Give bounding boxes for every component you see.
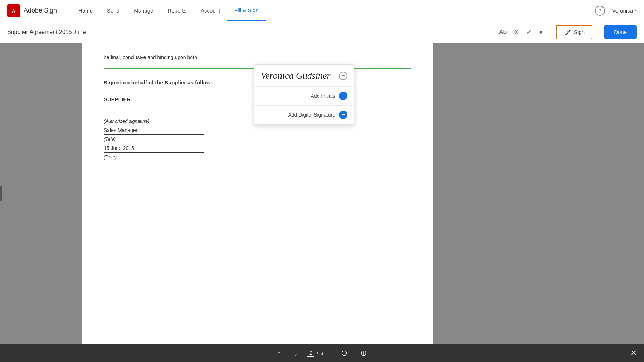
nav-send[interactable]: Send	[100, 0, 127, 21]
bottom-navigation-bar: ↑ ↓ 2 / 3 ⊖ ⊕ ✕	[0, 344, 644, 362]
user-menu[interactable]: Veronica ▾	[612, 8, 637, 14]
done-button[interactable]: Done	[604, 25, 637, 39]
date-line: 15 June 2015	[104, 152, 204, 153]
date-container: 15 June 2015 (Date)	[104, 152, 411, 160]
document-page: be final, conclusive and binding upon bo…	[82, 43, 433, 344]
zoom-out-button[interactable]: ⊖	[338, 348, 350, 358]
add-digital-icon: +	[339, 111, 347, 119]
chevron-down-icon: ▾	[635, 9, 637, 13]
zoom-in-button[interactable]: ⊕	[357, 348, 370, 358]
document-area: be final, conclusive and binding upon bo…	[0, 43, 644, 344]
sign-button[interactable]: Sign	[556, 25, 592, 39]
title-container: Sales Manager (Title)	[104, 134, 411, 142]
add-digital-label: Add Digital Signature	[288, 112, 335, 118]
nav-fill-sign[interactable]: Fill & Sign	[227, 0, 266, 21]
nav-reports[interactable]: Reports	[160, 0, 194, 21]
top-navigation: A Adobe Sign Home Send Manage Reports Ac…	[0, 0, 644, 21]
date-label: (Date)	[104, 154, 411, 160]
add-initials-icon: +	[339, 92, 347, 100]
right-gutter	[433, 43, 644, 344]
main-navigation: Home Send Manage Reports Account Fill & …	[71, 0, 595, 21]
close-document-button[interactable]: ✕	[630, 348, 637, 358]
next-page-button[interactable]: ↓	[291, 349, 300, 357]
toolbar-divider	[550, 27, 550, 38]
text-tool-button[interactable]: Ab	[498, 28, 508, 37]
date-value: 15 June 2015	[104, 145, 134, 151]
logo-area: A Adobe Sign	[7, 4, 57, 17]
adobe-sign-logo-icon: A	[7, 4, 20, 17]
bottom-toolbar-divider	[331, 349, 331, 357]
title-value: Sales Manager	[104, 127, 137, 133]
page-separator: /	[317, 350, 318, 356]
app-name: Adobe Sign	[24, 7, 57, 14]
sign-dropdown-header: Veronica Gudsiner −	[254, 65, 354, 87]
document-intro-text: be final, conclusive and binding upon bo…	[104, 54, 411, 61]
sign-dropdown-panel: Veronica Gudsiner − Add Initials + Add D…	[254, 64, 354, 124]
nav-manage[interactable]: Manage	[127, 0, 160, 21]
svg-text:A: A	[12, 8, 15, 14]
pen-icon	[564, 29, 571, 36]
authorized-signature-line	[104, 117, 204, 117]
check-tool-button[interactable]: ✓	[525, 27, 533, 38]
user-name: Veronica	[612, 8, 633, 14]
dot-tool-button[interactable]: ●	[537, 27, 544, 37]
left-edge-indicator	[0, 186, 2, 201]
document-title: Supplier Agreement 2015 June	[7, 29, 492, 35]
title-line: Sales Manager	[104, 134, 204, 135]
close-tool-button[interactable]: ✕	[512, 27, 521, 38]
toolbar-controls: Ab ✕ ✓ ● Sign Done	[498, 25, 637, 39]
add-digital-signature-row[interactable]: Add Digital Signature +	[254, 106, 354, 124]
document-toolbar: Supplier Agreement 2015 June Ab ✕ ✓ ● Si…	[0, 21, 644, 43]
current-page-number: 2	[307, 350, 314, 357]
left-gutter	[0, 43, 82, 344]
nav-right-area: ? Veronica ▾	[595, 6, 637, 16]
remove-signature-button[interactable]: −	[339, 72, 347, 80]
signature-name-display: Veronica Gudsiner	[261, 70, 331, 81]
nav-account[interactable]: Account	[194, 0, 227, 21]
title-label: (Title)	[104, 136, 411, 142]
nav-home[interactable]: Home	[71, 0, 100, 21]
total-pages-number: 3	[320, 350, 323, 356]
page-info: 2 / 3	[307, 350, 323, 357]
help-icon[interactable]: ?	[595, 6, 605, 16]
prev-page-button[interactable]: ↑	[274, 349, 284, 357]
sign-button-label: Sign	[574, 29, 585, 35]
add-initials-row[interactable]: Add Initials +	[254, 87, 354, 106]
add-initials-label: Add Initials	[311, 93, 335, 99]
